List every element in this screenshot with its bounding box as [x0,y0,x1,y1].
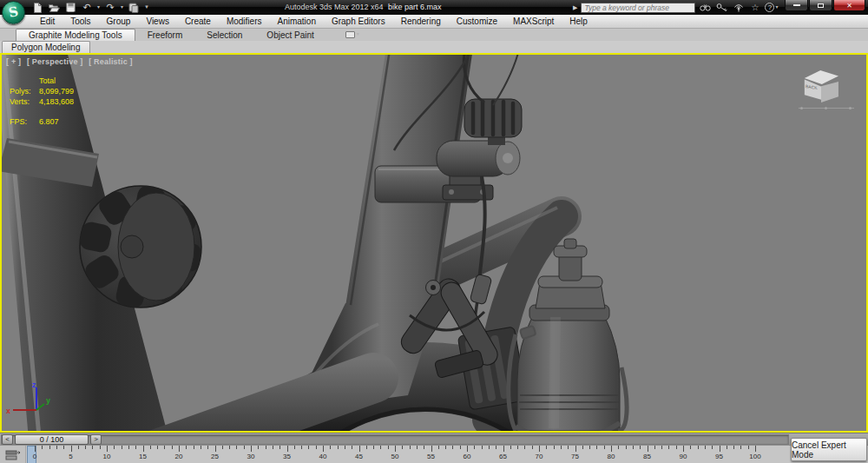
3dsmax-window: S ↶ ▾ ↷ ▾ ▼ Autodesk 3ds Max 2012 x64 bi… [0,0,868,463]
menu-animation[interactable]: Animation [269,15,323,29]
frame-tick [345,446,345,449]
ribbon-minimize-caret: ▾ [357,29,359,40]
open-mini-curve-editor-button[interactable] [0,446,26,463]
frame-tick [164,446,165,449]
viewcube[interactable]: BACK [799,67,854,112]
menu-group[interactable]: Group [99,15,139,29]
communication-center-icon[interactable] [732,2,745,13]
time-slider-track[interactable] [1,434,789,445]
frame-tick [510,446,511,449]
search-expand-arrow-icon[interactable]: ▶ [573,4,577,11]
frame-tick [482,446,483,449]
time-slider-handle[interactable]: 0 / 100 [15,434,89,445]
ribbon-tab-selection[interactable]: Selection [194,30,254,41]
redo-dropdown-caret[interactable]: ▾ [121,2,123,13]
viewport-menu-pov[interactable]: [ Perspective ] [27,57,83,66]
frame-tick [431,446,432,452]
menu-customize[interactable]: Customize [449,15,505,29]
frame-tick [366,446,367,449]
minimize-icon [793,4,800,6]
undo-dropdown-caret[interactable]: ▾ [97,2,100,13]
frame-tick [546,446,547,449]
ribbon-tab-freeform[interactable]: Freeform [135,30,195,41]
menu-help[interactable]: Help [562,15,595,29]
perspective-viewport[interactable]: [ + ] [ Perspective ] [ Realistic ] Tota… [0,53,868,433]
menu-tools[interactable]: Tools [62,15,98,29]
frame-tick [207,446,208,449]
close-button[interactable]: ✕ [833,0,865,11]
frame-tick [532,446,533,449]
open-file-icon[interactable] [48,2,60,13]
frame-tick [229,446,230,449]
cancel-expert-mode-button[interactable]: Cancel Expert Mode [791,438,867,461]
frame-label-55: 55 [427,453,435,460]
undo-icon[interactable]: ↶ [81,2,93,13]
application-menu-button[interactable]: S [2,1,25,24]
frame-tick [323,446,324,452]
help-dropdown-caret[interactable]: ▾ [775,2,778,13]
menu-edit[interactable]: Edit [32,15,62,29]
frame-tick [467,446,468,452]
sign-in-key-icon[interactable] [715,2,728,13]
frame-tick [683,446,684,452]
new-scene-icon[interactable] [31,2,43,13]
favorites-star-icon[interactable]: ☆ [748,2,761,13]
window-title-document: bike part 6.max [388,3,442,11]
frame-label-0: 0 [33,453,36,460]
project-folder-icon[interactable] [128,2,140,13]
ribbon-tab-object-paint[interactable]: Object Paint [254,30,326,41]
frame-tick [92,446,93,449]
frame-tick [561,446,562,449]
qat-customize-caret[interactable]: ▼ [144,2,149,13]
fps-value: 6.807 [39,116,74,127]
stats-row-value: 8,099,799 [39,86,74,96]
menu-views[interactable]: Views [138,15,177,29]
frame-label-5: 5 [69,453,72,460]
maximize-button[interactable] [809,0,832,11]
menu-maxscript[interactable]: MAXScript [505,15,562,29]
menu-create[interactable]: Create [177,15,219,29]
maximize-icon [818,3,824,8]
search-input[interactable] [581,3,695,13]
frame-label-75: 75 [571,453,579,460]
menu-graph-editors[interactable]: Graph Editors [324,15,393,29]
ribbon-minimize-button[interactable]: ▾ [342,28,363,41]
tab-polygon-modeling[interactable]: Polygon Modeling [2,41,90,53]
viewcube-compass[interactable] [799,105,854,109]
window-controls: ✕ [784,0,865,11]
frame-tick [222,446,223,449]
previous-frame-button[interactable]: < [2,434,13,445]
frame-tick [618,446,619,449]
axis-y-label: y [46,396,50,405]
axis-z-label: z [32,380,36,389]
frame-tick [100,446,101,449]
save-file-icon[interactable] [64,2,76,13]
frame-tick [496,446,496,449]
search-icon[interactable] [699,2,712,13]
frame-tick [424,446,424,449]
frame-tick [445,446,446,449]
frame-tick [179,446,180,452]
minimize-button[interactable] [785,0,808,11]
viewport-menu-shading[interactable]: [ Realistic ] [89,57,133,66]
track-bar[interactable]: 0510152025303540455055606570758085909510… [0,445,868,463]
ribbon-tab-graphite-modeling-tools[interactable]: Graphite Modeling Tools [16,29,135,41]
menu-modifiers[interactable]: Modifiers [219,15,270,29]
frame-label-50: 50 [391,453,399,460]
viewcube-right-face[interactable] [821,82,839,103]
viewport-menu-general[interactable]: [ + ] [6,57,21,66]
frame-tick [626,446,627,449]
menu-rendering[interactable]: Rendering [393,15,449,29]
frame-tick [395,446,396,452]
frame-tick [258,446,259,449]
frame-tick [128,446,129,449]
frame-tick [172,446,173,449]
redo-icon[interactable]: ↷ [104,2,116,13]
help-button[interactable]: ? ▾ [765,2,778,13]
next-frame-button[interactable]: > [90,434,102,445]
frame-tick [517,446,518,449]
frame-tick [388,446,389,449]
viewport-3d-scene[interactable] [2,55,866,431]
frame-tick [287,446,288,452]
frame-label-65: 65 [499,453,507,460]
